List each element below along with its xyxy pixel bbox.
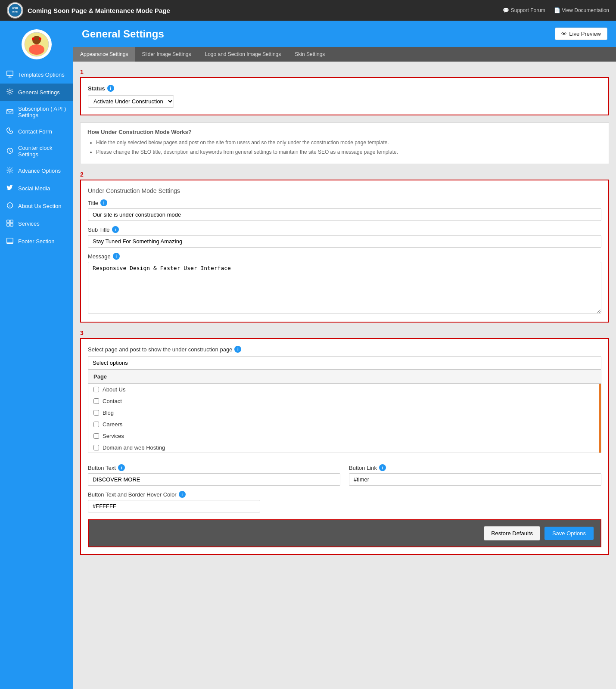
button-hover-input[interactable] xyxy=(88,500,260,512)
how-it-works-bullet-1: Hide the only selected below pages and p… xyxy=(96,139,602,146)
message-field-label: Message i xyxy=(88,253,601,260)
header-right: 💬 Support Forum 📄 View Documentation xyxy=(503,7,609,13)
button-link-group: Button Link i xyxy=(349,459,601,486)
sidebar-item-templates-options[interactable]: Templates Options xyxy=(0,66,73,84)
checkbox-services[interactable] xyxy=(93,433,99,439)
options-select-wrapper: Select options xyxy=(88,356,601,369)
info-circle-icon: i xyxy=(6,202,14,211)
site-logo xyxy=(22,29,52,59)
message-info-icon[interactable]: i xyxy=(113,253,120,260)
button-text-info-icon[interactable]: i xyxy=(118,464,125,471)
list-item: Careers xyxy=(88,419,599,430)
svg-point-7 xyxy=(39,37,41,40)
sidebar-item-counter-clock[interactable]: Counter clock Settings xyxy=(0,140,73,162)
logo-icon: WEB WAR xyxy=(7,2,23,19)
button-link-input[interactable] xyxy=(349,473,601,486)
button-hover-info-icon[interactable]: i xyxy=(179,491,186,498)
grid-icon xyxy=(6,219,14,228)
title-info-icon[interactable]: i xyxy=(100,199,107,206)
button-link-label: Button Link i xyxy=(349,464,601,471)
button-link-info-icon[interactable]: i xyxy=(379,464,386,471)
header: WEB WAR Coming Soon Page & Maintenance M… xyxy=(0,0,616,21)
sidebar-item-social-media[interactable]: Social Media xyxy=(0,180,73,197)
sidebar-item-footer[interactable]: Footer Section xyxy=(0,233,73,250)
svg-point-14 xyxy=(9,169,11,171)
settings-tabs: Appearance Settings Slider Image Setting… xyxy=(73,47,616,62)
sidebar-item-contact-form[interactable]: Contact Form xyxy=(0,123,73,140)
save-options-button[interactable]: Save Options xyxy=(544,527,594,540)
svg-rect-21 xyxy=(7,238,13,244)
section-1-number: 1 xyxy=(80,68,609,75)
button-text-label: Button Text i xyxy=(88,464,340,471)
page-title: General Settings xyxy=(82,28,164,40)
subtitle-field-label: Sub Title i xyxy=(88,226,601,233)
tab-skin[interactable]: Skin Settings xyxy=(288,47,332,62)
svg-point-6 xyxy=(32,37,34,40)
section-2-card: Under Construction Mode Settings Title i… xyxy=(80,180,609,323)
page-select-info-icon[interactable]: i xyxy=(234,346,241,353)
list-item: Domain and web Hosting xyxy=(88,442,599,453)
status-info-icon[interactable]: i xyxy=(107,85,114,92)
checkbox-domain[interactable] xyxy=(93,445,99,450)
page-checkbox-list: About Us Contact Blog Careers xyxy=(88,384,601,453)
svg-text:WAR: WAR xyxy=(12,10,19,13)
message-textarea[interactable]: Responsive Design & Faster User Interfac… xyxy=(88,262,601,313)
sidebar-item-general-settings[interactable]: General Settings xyxy=(0,84,73,101)
tab-logo[interactable]: Logo and Section Image Settings xyxy=(198,47,288,62)
svg-rect-20 xyxy=(10,223,13,226)
status-select[interactable]: Activate Under Construction ModeDeactiva… xyxy=(88,95,174,108)
sidebar-item-about-us[interactable]: i About Us Section xyxy=(0,197,73,215)
eye-icon: 👁 xyxy=(561,31,567,37)
svg-rect-18 xyxy=(10,220,13,223)
title-field-label: Title i xyxy=(88,199,601,206)
svg-point-5 xyxy=(29,44,44,55)
button-hover-group: Button Text and Border Hover Color i xyxy=(88,491,601,512)
sidebar-label-general: General Settings xyxy=(18,89,60,96)
settings-icon xyxy=(6,166,14,175)
chat-icon: 💬 xyxy=(503,7,509,13)
sidebar-label-social: Social Media xyxy=(18,185,50,192)
sidebar-label-contact: Contact Form xyxy=(18,128,52,135)
save-area: Restore Defaults Save Options xyxy=(88,519,601,547)
sidebar-label-templates: Templates Options xyxy=(18,71,65,78)
page-list-header: Page xyxy=(88,370,601,384)
restore-defaults-button[interactable]: Restore Defaults xyxy=(484,526,540,540)
checkbox-about-us[interactable] xyxy=(93,387,99,392)
live-preview-button[interactable]: 👁 Live Preview xyxy=(555,28,607,40)
content-area: 1 Status i Activate Under Construction M… xyxy=(73,62,616,569)
section-1-card: Status i Activate Under Construction Mod… xyxy=(80,77,609,115)
svg-point-11 xyxy=(9,90,11,93)
checkbox-contact[interactable] xyxy=(93,398,99,404)
support-forum-link[interactable]: 💬 Support Forum xyxy=(503,7,545,13)
svg-text:WEB: WEB xyxy=(12,7,19,9)
button-text-group: Button Text i xyxy=(88,459,340,486)
tab-slider[interactable]: Slider Image Settings xyxy=(135,47,198,62)
checkbox-blog[interactable] xyxy=(93,410,99,416)
sidebar-label-counter: Counter clock Settings xyxy=(18,145,67,158)
button-text-input[interactable] xyxy=(88,473,340,486)
layout: Templates Options General Settings Subsc… xyxy=(0,21,616,689)
svg-rect-8 xyxy=(7,71,13,76)
docs-link[interactable]: 📄 View Documentation xyxy=(554,7,609,13)
sidebar-item-subscription[interactable]: Subscription ( API ) Settings xyxy=(0,101,73,123)
phone-icon xyxy=(6,127,14,136)
envelope-icon xyxy=(6,108,14,117)
checkbox-careers[interactable] xyxy=(93,422,99,427)
how-it-works-bullet-2: Please change the SEO title, description… xyxy=(96,148,602,156)
subtitle-info-icon[interactable]: i xyxy=(112,226,119,233)
subtitle-input[interactable] xyxy=(88,235,601,248)
sidebar-item-services[interactable]: Services xyxy=(0,215,73,233)
title-input[interactable] xyxy=(88,208,601,221)
options-select[interactable]: Select options xyxy=(88,356,601,369)
doc-icon: 📄 xyxy=(554,7,560,13)
monitor-icon xyxy=(6,70,14,79)
sidebar-item-advance-options[interactable]: Advance Options xyxy=(0,162,73,180)
sidebar-label-footer: Footer Section xyxy=(18,238,55,245)
page-header: General Settings 👁 Live Preview xyxy=(73,21,616,47)
tab-appearance[interactable]: Appearance Settings xyxy=(73,47,135,62)
section-2-number: 2 xyxy=(80,171,609,178)
section-3-number: 3 xyxy=(80,329,609,336)
list-item: Blog xyxy=(88,407,599,419)
header-left: WEB WAR Coming Soon Page & Maintenance M… xyxy=(7,2,170,19)
list-item: About Us xyxy=(88,384,599,395)
